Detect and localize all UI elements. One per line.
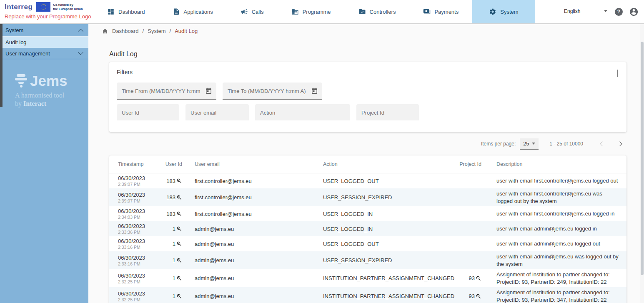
- sidebar-scrollbar[interactable]: [0, 24, 3, 107]
- table-row: 06/30/2023 2:33:16 PM 1 admin@jems.eu US…: [109, 236, 626, 251]
- user-email-cell: admin@jems.eu: [182, 241, 307, 247]
- column-header-action: Action: [307, 161, 449, 167]
- timestamp-time: 2:33:36 PM: [118, 230, 165, 235]
- zoom-in-icon[interactable]: [176, 226, 182, 232]
- nav-item-dashboard[interactable]: Dashboard: [93, 0, 159, 23]
- help-icon[interactable]: ?: [615, 8, 623, 16]
- time-to-input[interactable]: [223, 83, 322, 100]
- chevron-up-icon: [617, 70, 618, 77]
- main-area: Dashboard / System / Audit Log Audit Log…: [88, 24, 644, 303]
- nav-item-payments[interactable]: Payments: [409, 0, 472, 23]
- user-id-value: 183: [166, 211, 175, 217]
- breadcrumb-dashboard[interactable]: Dashboard: [112, 28, 139, 34]
- page-scrollbar-track: [640, 24, 644, 303]
- timestamp-cell: 06/30/2023 2:39:07 PM: [109, 192, 165, 203]
- timestamp-cell: 06/30/2023 2:34:03 PM: [109, 208, 165, 220]
- eu-flag-icon: [36, 2, 50, 12]
- main-nav: Dashboard Applications Calls Programme C…: [93, 0, 563, 23]
- action-cell: USER_LOGGED_OUT: [307, 178, 449, 184]
- user-id-cell: 183: [165, 211, 182, 217]
- column-header-project-id: Project Id: [449, 161, 481, 167]
- timestamp-date: 06/30/2023: [118, 290, 165, 297]
- timestamp-cell: 06/30/2023 2:33:36 PM: [109, 223, 165, 235]
- zoom-in-icon[interactable]: [476, 275, 481, 281]
- page-title: Audit Log: [109, 50, 626, 58]
- column-header-user-id: User Id: [165, 161, 182, 167]
- user-id-value: 1: [173, 275, 175, 281]
- chevron-up-icon: [78, 29, 83, 34]
- time-from-input[interactable]: [117, 83, 216, 100]
- jems-tagline: A harmonised tool: [15, 92, 88, 99]
- action-cell: USER_SESSION_EXPIRED: [307, 257, 449, 263]
- table-row: 06/30/2023 2:33:16 PM 1 admin@jems.eu US…: [109, 251, 626, 269]
- nav-item-applications[interactable]: Applications: [159, 0, 227, 23]
- table-row: 06/30/2023 2:33:36 PM 1 admin@jems.eu US…: [109, 221, 626, 236]
- items-per-page-select[interactable]: 25: [520, 138, 539, 150]
- timestamp-time: 2:33:16 PM: [118, 245, 165, 250]
- home-icon[interactable]: [102, 28, 108, 35]
- project-id-value: 93: [469, 293, 475, 299]
- page-range-label: 1 - 25 of 10000: [549, 141, 583, 147]
- next-page-button[interactable]: [615, 140, 626, 147]
- sidebar-item-user-management[interactable]: User management: [0, 48, 88, 59]
- nav-item-controllers[interactable]: Controllers: [345, 0, 410, 23]
- user-email-cell: first.controller@jems.eu: [182, 178, 307, 184]
- sidebar-item-audit-log[interactable]: Audit log: [0, 37, 88, 48]
- sidebar-section-system[interactable]: System: [0, 24, 88, 37]
- zoom-in-icon[interactable]: [476, 293, 481, 299]
- action-filter-input[interactable]: [255, 104, 350, 121]
- description-cell: Assignment of institution to partner cha…: [481, 289, 626, 303]
- zoom-in-icon[interactable]: [176, 211, 182, 217]
- eu-emblem: Co-funded by the European Union: [36, 2, 83, 12]
- user-email-cell: first.controller@jems.eu: [182, 194, 307, 200]
- top-bar: Interreg Co-funded by the European Union…: [0, 0, 644, 24]
- project-id-filter-input[interactable]: [356, 104, 419, 121]
- filters-collapse-button[interactable]: [616, 68, 619, 78]
- timestamp-time: 2:39:07 PM: [118, 198, 165, 203]
- gear-icon: [489, 8, 496, 15]
- zoom-in-icon[interactable]: [176, 293, 182, 299]
- chevron-right-icon: [617, 141, 622, 146]
- calendar-icon[interactable]: [311, 88, 318, 95]
- timestamp-date: 06/30/2023: [118, 192, 165, 198]
- nav-item-system[interactable]: System: [472, 0, 535, 23]
- zoom-in-icon[interactable]: [176, 178, 182, 184]
- table-row: 06/30/2023 2:32:25 PM 1 admin@jems.eu IN…: [109, 269, 626, 287]
- table-row: 06/30/2023 2:34:03 PM 183 first.controll…: [109, 206, 626, 221]
- jems-brand: Jems A harmonised tool by Interact: [0, 73, 88, 108]
- dashboard-icon: [107, 8, 115, 15]
- page-scrollbar-thumb[interactable]: [641, 42, 644, 275]
- nav-item-programme[interactable]: Programme: [278, 0, 345, 23]
- programme-logo: Interreg Co-funded by the European Union…: [0, 0, 93, 23]
- description-cell: user with email first.controller@jems.eu…: [481, 177, 626, 185]
- document-icon: [173, 8, 180, 15]
- user-id-cell: 1: [165, 257, 182, 263]
- building-icon: [291, 8, 299, 15]
- user-id-cell: 1: [165, 275, 182, 281]
- previous-page-button[interactable]: [597, 140, 607, 147]
- zoom-in-icon[interactable]: [176, 241, 182, 247]
- chevron-left-icon: [600, 141, 604, 146]
- language-select[interactable]: English: [563, 8, 609, 16]
- table-body: 06/30/2023 2:39:07 PM 183 first.controll…: [109, 173, 626, 303]
- description-cell: Assignment of institution to partner cha…: [481, 271, 626, 285]
- user-email-filter-input[interactable]: [185, 104, 249, 121]
- jems-brand-name: Jems: [30, 73, 68, 88]
- nav-item-calls[interactable]: Calls: [227, 0, 278, 23]
- column-header-timestamp: Timestamp: [109, 161, 165, 167]
- action-cell: USER_LOGGED_IN: [307, 226, 449, 232]
- user-email-cell: first.controller@jems.eu: [182, 211, 307, 217]
- timestamp-date: 06/30/2023: [118, 223, 165, 229]
- breadcrumb-system[interactable]: System: [148, 28, 165, 34]
- timestamp-cell: 06/30/2023 2:33:16 PM: [109, 255, 165, 266]
- chevron-down-icon: [78, 50, 83, 55]
- jems-logo-icon: [15, 74, 27, 88]
- interreg-wordmark: Interreg: [5, 3, 33, 11]
- zoom-in-icon[interactable]: [176, 275, 182, 281]
- zoom-in-icon[interactable]: [176, 258, 182, 263]
- calendar-icon[interactable]: [205, 88, 212, 95]
- account-icon[interactable]: [629, 7, 639, 17]
- user-id-filter-input[interactable]: [117, 104, 179, 121]
- action-cell: USER_LOGGED_IN: [307, 211, 449, 217]
- zoom-in-icon[interactable]: [176, 195, 182, 200]
